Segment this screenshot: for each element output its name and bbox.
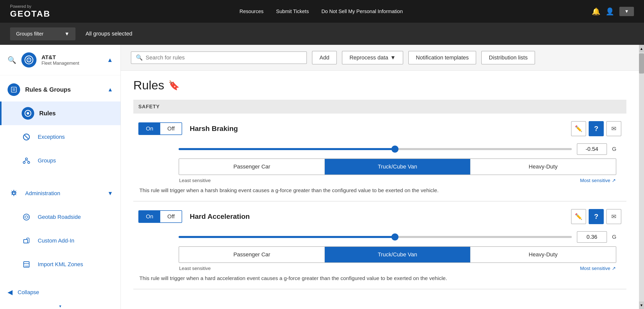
top-nav-right: 🔔 👤 ▼ xyxy=(592,7,634,16)
top-nav-links: Resources Submit Tickets Do Not Sell My … xyxy=(239,9,403,14)
content-area: 🔍 Add Reprocess data ▼ Notification temp… xyxy=(121,45,639,309)
scroll-thumb[interactable] xyxy=(639,53,644,74)
company-name: AT&T xyxy=(42,54,79,61)
resources-link[interactable]: Resources xyxy=(239,9,264,14)
search-input[interactable] xyxy=(146,54,302,61)
reprocess-data-label: Reprocess data xyxy=(349,54,388,61)
harsh-braking-vehicle-heavy-duty[interactable]: Heavy-Duty xyxy=(470,159,616,175)
hard-acceleration-vehicle-heavy-duty[interactable]: Heavy-Duty xyxy=(470,247,616,262)
svg-rect-3 xyxy=(11,87,16,92)
rules-groups-icon xyxy=(8,83,20,96)
right-scrollbar[interactable]: ▲ ▼ xyxy=(639,45,644,309)
hard-acceleration-toggle-on[interactable]: On xyxy=(139,211,160,222)
harsh-braking-help-button[interactable]: ? xyxy=(589,121,604,136)
add-button[interactable]: Add xyxy=(312,51,337,64)
harsh-braking-edit-button[interactable]: ✏️ xyxy=(571,121,586,136)
notification-bell-icon[interactable]: 🔔 xyxy=(592,7,600,16)
hard-acceleration-slider-value: 0.36 xyxy=(577,231,607,243)
notification-templates-button[interactable]: Notification templates xyxy=(408,51,476,64)
harsh-braking-toggle-off[interactable]: Off xyxy=(160,123,182,134)
harsh-braking-slider-row: -0.54 G xyxy=(179,143,616,155)
harsh-braking-most-sensitive[interactable]: Most sensitive ↗ xyxy=(580,178,616,183)
sidebar-rules-groups-section: Rules & Groups ▲ Rules xyxy=(0,75,120,175)
harsh-braking-description: This rule will trigger when a harsh brak… xyxy=(138,187,621,193)
harsh-braking-vehicle-passenger-car[interactable]: Passenger Car xyxy=(179,159,325,175)
reprocess-chevron-icon: ▼ xyxy=(390,54,396,61)
sidebar-groups-label: Groups xyxy=(38,157,56,164)
hard-acceleration-toggle: On Off xyxy=(138,210,182,223)
hard-acceleration-slider-fill xyxy=(179,236,395,238)
administration-chevron-icon: ▼ xyxy=(107,190,113,197)
search-box: 🔍 xyxy=(131,51,307,64)
sidebar-collapse-chevron[interactable]: ▲ xyxy=(107,56,113,63)
sidebar-item-exceptions[interactable]: Exceptions xyxy=(0,125,120,149)
do-not-sell-link[interactable]: Do Not Sell My Personal Information xyxy=(321,9,403,14)
sidebar-item-geotab-roadside[interactable]: Geotab Roadside xyxy=(0,205,120,229)
administration-icon xyxy=(8,187,20,200)
svg-point-7 xyxy=(27,112,29,115)
hard-acceleration-slider-container: 0.36 G Passenger Car Truck/Cube Van Heav… xyxy=(138,231,621,271)
hard-acceleration-slider-thumb[interactable] xyxy=(391,233,398,241)
harsh-braking-slider-thumb[interactable] xyxy=(391,146,398,153)
sidebar-item-collapse[interactable]: ◀ Collapse xyxy=(0,283,120,302)
rules-groups-chevron-icon: ▲ xyxy=(107,86,113,93)
external-link-icon: ↗ xyxy=(612,178,616,183)
svg-text:KML: KML xyxy=(25,265,29,267)
sidebar-administration-label: Administration xyxy=(25,190,60,197)
sidebar-item-rules-groups[interactable]: Rules & Groups ▲ xyxy=(0,78,120,101)
sidebar-item-rules[interactable]: Rules xyxy=(0,101,120,125)
hard-acceleration-vehicle-truck-cube-van[interactable]: Truck/Cube Van xyxy=(325,247,470,262)
harsh-braking-slider-unit: G xyxy=(612,146,616,152)
reprocess-data-button[interactable]: Reprocess data ▼ xyxy=(342,51,403,64)
hard-acceleration-edit-button[interactable]: ✏️ xyxy=(571,209,586,224)
sidebar-collapse-label: Collapse xyxy=(18,289,39,296)
sidebar-scroll-down[interactable]: ▼ xyxy=(0,302,120,309)
dropdown-icon: ▼ xyxy=(64,31,69,37)
collapse-chevron-icon: ◀ xyxy=(8,288,13,296)
user-dropdown[interactable]: ▼ xyxy=(619,7,634,16)
hard-acceleration-email-button[interactable]: ✉ xyxy=(606,209,621,224)
hard-acceleration-vehicle-passenger-car[interactable]: Passenger Car xyxy=(179,247,325,262)
sidebar-item-administration[interactable]: Administration ▼ xyxy=(0,182,120,205)
sidebar-item-groups[interactable]: Groups xyxy=(0,149,120,173)
harsh-braking-title: Harsh Braking xyxy=(190,125,571,133)
sidebar-import-kml-zones-label: Import KML Zones xyxy=(38,261,83,268)
groups-filter-button[interactable]: Groups filter ▼ xyxy=(10,27,75,40)
harsh-braking-slider-track[interactable] xyxy=(179,148,572,150)
harsh-braking-email-button[interactable]: ✉ xyxy=(606,121,621,136)
svg-point-16 xyxy=(23,214,29,220)
rules-title-row: Rules 🔖 xyxy=(133,78,626,92)
submit-tickets-link[interactable]: Submit Tickets xyxy=(276,9,309,14)
sidebar-search-icon[interactable]: 🔍 xyxy=(8,56,16,64)
company-subtitle: Fleet Management xyxy=(42,61,79,66)
hard-acceleration-vehicle-types: Passenger Car Truck/Cube Van Heavy-Duty xyxy=(179,246,616,263)
harsh-braking-toggle-on[interactable]: On xyxy=(139,123,160,134)
hard-acceleration-most-sensitive[interactable]: Most sensitive ↗ xyxy=(580,265,616,271)
distribution-lists-button[interactable]: Distribution lists xyxy=(481,51,535,64)
hard-acceleration-slider-track[interactable] xyxy=(179,236,572,238)
hard-acceleration-help-button[interactable]: ? xyxy=(589,209,604,224)
hard-acceleration-actions: ✏️ ? ✉ xyxy=(571,209,621,224)
hard-acceleration-description: This rule will trigger when a hard accel… xyxy=(138,275,621,281)
user-icon[interactable]: 👤 xyxy=(606,7,614,16)
user-name-label: ▼ xyxy=(624,9,629,14)
geotab-roadside-icon xyxy=(20,211,33,223)
exceptions-icon xyxy=(20,131,33,143)
search-icon: 🔍 xyxy=(136,54,143,61)
svg-line-14 xyxy=(26,160,29,161)
sidebar-item-import-kml-zones[interactable]: KML Import KML Zones xyxy=(0,253,120,276)
hard-acceleration-sensitivity-row: Least sensitive Most sensitive ↗ xyxy=(179,265,616,271)
scroll-down-arrow[interactable]: ▼ xyxy=(639,301,644,309)
harsh-braking-vehicle-types: Passenger Car Truck/Cube Van Heavy-Duty xyxy=(179,158,616,175)
sidebar-administration-section: Administration ▼ Geotab Roadside xyxy=(0,179,120,279)
scroll-up-arrow[interactable]: ▲ xyxy=(639,45,644,52)
hard-acceleration-toggle-off[interactable]: Off xyxy=(160,211,182,222)
sidebar-item-custom-add-in[interactable]: Custom Add-In xyxy=(0,229,120,253)
bookmark-icon[interactable]: 🔖 xyxy=(168,80,180,91)
harsh-braking-least-sensitive: Least sensitive xyxy=(179,178,211,183)
harsh-braking-toggle: On Off xyxy=(138,122,182,135)
rules-icon xyxy=(22,107,34,120)
content-toolbar: 🔍 Add Reprocess data ▼ Notification temp… xyxy=(121,45,639,71)
sidebar: 🔍 AT&T Fleet Management ▲ xyxy=(0,45,121,309)
harsh-braking-vehicle-truck-cube-van[interactable]: Truck/Cube Van xyxy=(325,159,470,175)
